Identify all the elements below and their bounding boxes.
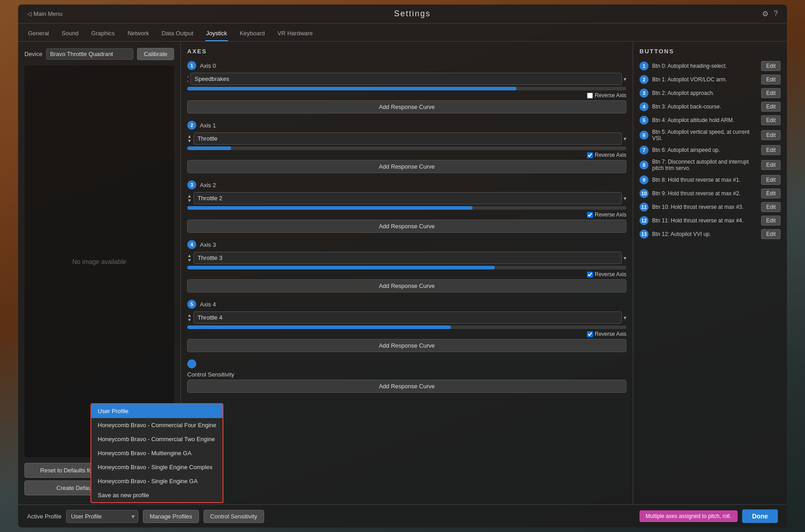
btn-1-edit[interactable]: Edit — [761, 75, 781, 85]
btn-2-edit[interactable]: Edit — [761, 88, 781, 98]
axis-group-4: 5 Axis 4 ▲▼ Throttle 4 ▾ R — [187, 300, 626, 352]
help-icon[interactable]: ? — [774, 9, 778, 18]
tab-keyboard[interactable]: Keyboard — [239, 27, 266, 41]
axis-1-bar-fill — [187, 146, 231, 150]
axis-group-1: 2 Axis 1 ▲▼ Throttle ▾ Rev — [187, 121, 626, 173]
btn-5-label: Btn 5: Autopilot vertical speed, at curr… — [652, 129, 758, 141]
axis-5-add-response-btn[interactable]: Add Response Curve — [187, 380, 626, 393]
axis-5-num — [187, 359, 196, 368]
axes-panel: AXES 1 Axis 0 ‹› Speedbrakes ▾ — [181, 42, 633, 504]
tab-sound[interactable]: Sound — [61, 27, 80, 41]
btn-11-edit[interactable]: Edit — [761, 216, 781, 226]
axis-0-header: 1 Axis 0 — [187, 61, 626, 70]
button-row-6: 7 Btn 6: Autopilot airspeed up. Edit — [639, 145, 781, 155]
axis-1-reverse-checkbox[interactable] — [587, 152, 593, 158]
button-row-9: 10 Btn 9: Hold thrust reverse at max #2.… — [639, 188, 781, 198]
main-window: ◁ Main Menu Settings ⚙ ? General Sound G… — [18, 5, 787, 527]
tab-vr-hardware[interactable]: VR Hardware — [277, 27, 314, 41]
axis-4-select-row: ▲▼ Throttle 4 ▾ — [187, 311, 626, 324]
axis-group-2: 3 Axis 2 ▲▼ Throttle 2 ▾ R — [187, 180, 626, 233]
btn-5-num: 6 — [639, 131, 649, 140]
device-image-area: No image available — [24, 66, 174, 457]
dropdown-item-4[interactable]: Honeycomb Bravo - Single Engine Complex — [91, 460, 223, 474]
done-button[interactable]: Done — [742, 509, 778, 523]
btn-8-edit[interactable]: Edit — [761, 175, 781, 185]
axis-3-add-response-btn[interactable]: Add Response Curve — [187, 279, 626, 292]
back-link[interactable]: ◁ Main Menu — [27, 10, 62, 17]
button-row-7: 8 Btn 7: Disconnect autopilot and interr… — [639, 159, 781, 171]
axis-0-select[interactable]: Speedbrakes — [190, 73, 622, 85]
axis-3-arrows[interactable]: ▲▼ — [187, 254, 192, 263]
dropdown-item-1[interactable]: Honeycomb Bravo - Commercial Four Engine — [91, 418, 223, 432]
no-image-text: No image available — [72, 258, 126, 265]
tab-joystick[interactable]: Joystick — [205, 27, 228, 41]
tab-network[interactable]: Network — [127, 27, 150, 41]
dropdown-item-3[interactable]: Honeycomb Bravo - Multiengine GA — [91, 446, 223, 460]
profile-select-wrapper: User Profile ▾ — [66, 510, 138, 523]
device-select[interactable]: Bravo Throttle Quadrant — [46, 48, 133, 60]
btn-11-label: Btn 11: Hold thrust reverse at max #4. — [652, 217, 758, 224]
axis-4-num: 5 — [187, 300, 196, 309]
btn-7-edit[interactable]: Edit — [761, 160, 781, 170]
profile-select[interactable]: User Profile — [66, 510, 138, 523]
calibrate-button[interactable]: Calibrate — [137, 48, 174, 60]
axis-1-reverse-label: Reverse Axis — [595, 152, 626, 158]
btn-9-edit[interactable]: Edit — [761, 188, 781, 198]
btn-6-edit[interactable]: Edit — [761, 145, 781, 155]
axis-0-num: 1 — [187, 61, 196, 70]
axis-3-reverse-checkbox[interactable] — [587, 272, 593, 278]
tabs-bar: General Sound Graphics Network Data Outp… — [18, 24, 787, 42]
dropdown-item-0[interactable]: User Profile — [91, 404, 223, 418]
btn-4-edit[interactable]: Edit — [761, 115, 781, 125]
settings-icon[interactable]: ⚙ — [762, 9, 768, 18]
axis-4-select[interactable]: Throttle 4 — [194, 311, 622, 324]
btn-10-edit[interactable]: Edit — [761, 202, 781, 212]
axis-0-reverse-checkbox[interactable] — [587, 93, 593, 99]
axis-1-arrows[interactable]: ▲▼ — [187, 134, 192, 143]
axis-0-bar-row — [187, 87, 626, 90]
btn-12-label: Btn 12: Autopilot VVI up. — [652, 231, 758, 237]
axis-4-reverse-row: Reverse Axis — [187, 331, 626, 337]
tab-data-output[interactable]: Data Output — [161, 27, 194, 41]
axis-1-bar-track — [187, 146, 626, 150]
btn-0-edit[interactable]: Edit — [761, 61, 781, 71]
btn-5-edit[interactable]: Edit — [761, 130, 781, 140]
axis-3-select-row: ▲▼ Throttle 3 ▾ — [187, 252, 626, 264]
tab-general[interactable]: General — [27, 27, 50, 41]
axis-1-name: Axis 1 — [200, 122, 216, 129]
axis-2-add-response-btn[interactable]: Add Response Curve — [187, 220, 626, 233]
btn-11-num: 12 — [639, 216, 649, 225]
btn-1-num: 2 — [639, 75, 649, 84]
axis-0-arrows[interactable]: ‹› — [187, 75, 189, 84]
dropdown-item-6[interactable]: Save as new profile — [91, 488, 223, 502]
axis-4-bar-row — [187, 325, 626, 329]
axis-4-reverse-checkbox[interactable] — [587, 331, 593, 337]
tab-graphics[interactable]: Graphics — [90, 27, 116, 41]
dropdown-item-5[interactable]: Honeycomb Bravo - Single Engine GA — [91, 474, 223, 488]
axis-2-reverse-checkbox[interactable] — [587, 212, 593, 218]
axis-4-bar-track — [187, 325, 626, 329]
btn-3-edit[interactable]: Edit — [761, 102, 781, 112]
axis-2-bar-track — [187, 206, 626, 210]
axis-1-add-response-btn[interactable]: Add Response Curve — [187, 160, 626, 173]
control-sensitivity-button[interactable]: Control Sensitivity — [204, 510, 264, 523]
axis-2-select[interactable]: Throttle 2 — [194, 192, 622, 204]
button-row-4: 5 Btn 4: Autopilot altitude hold ARM. Ed… — [639, 115, 781, 125]
btn-12-num: 13 — [639, 230, 649, 239]
axis-1-select[interactable]: Throttle — [194, 132, 622, 145]
axis-2-arrows[interactable]: ▲▼ — [187, 194, 192, 203]
button-row-1: 2 Btn 1: Autopilot VOR/LOC arm. Edit — [639, 75, 781, 85]
axis-4-arrows[interactable]: ▲▼ — [187, 313, 192, 322]
axis-0-add-response-btn[interactable]: Add Response Curve — [187, 100, 626, 113]
axis-2-bar-row — [187, 206, 626, 210]
dropdown-item-2[interactable]: Honeycomb Bravo - Commercial Two Engine — [91, 432, 223, 446]
device-row: Device Bravo Throttle Quadrant Calibrate — [24, 48, 174, 60]
btn-12-edit[interactable]: Edit — [761, 229, 781, 239]
axis-3-select[interactable]: Throttle 3 — [194, 252, 622, 264]
axis-4-header: 5 Axis 4 — [187, 300, 626, 309]
btn-2-num: 3 — [639, 89, 649, 98]
axis-4-add-response-btn[interactable]: Add Response Curve — [187, 339, 626, 352]
btn-3-num: 4 — [639, 102, 649, 111]
manage-profiles-button[interactable]: Manage Profiles — [143, 510, 199, 523]
device-label: Device — [24, 51, 43, 57]
